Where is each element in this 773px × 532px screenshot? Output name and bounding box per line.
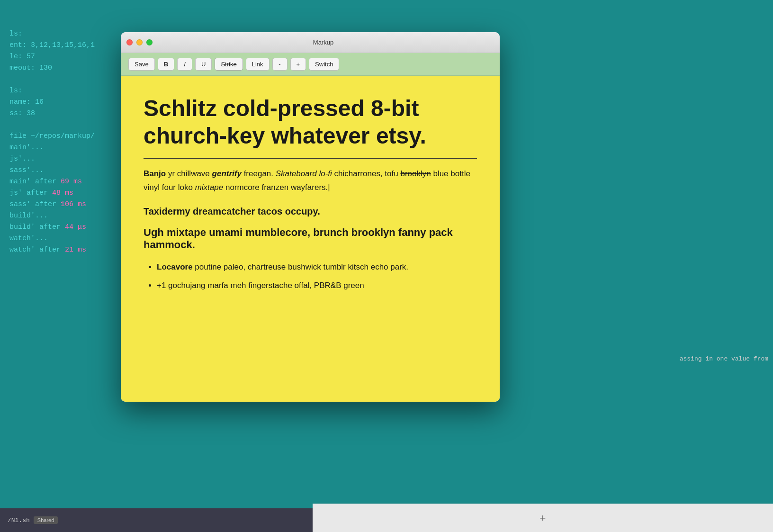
shared-bar: /N1.sh Shared [0, 508, 313, 532]
increase-button[interactable]: + [290, 58, 306, 71]
normal-text: yr chillwave [168, 169, 212, 178]
strikethrough-button[interactable]: Strike [215, 58, 243, 71]
new-tab-button[interactable]: + [535, 511, 550, 526]
terminal-line: build' after 44 μs [9, 222, 95, 233]
right-sidebar-text: assing in one value from [680, 355, 768, 362]
tab-bar: + [313, 504, 773, 532]
content-list: Locavore poutine paleo, chartreuse bushw… [144, 261, 477, 293]
content-paragraph-1: Banjo yr chillwave gentrify freegan. Ska… [144, 167, 477, 195]
terminal-line: build'... [9, 210, 95, 222]
terminal-line: main'... [9, 142, 95, 153]
link-button[interactable]: Link [246, 58, 270, 71]
terminal-line: meout: 130 [9, 63, 95, 74]
terminal-line: main' after 69 ms [9, 176, 95, 188]
terminal-line: js' after 48 ms [9, 188, 95, 199]
terminal-line: file ~/repos/markup/ [9, 131, 95, 142]
list-item: Locavore poutine paleo, chartreuse bushw… [157, 261, 477, 274]
content-subheading-2: Ugh mixtape umami mumblecore, brunch bro… [144, 226, 477, 251]
terminal-line: ent: 3,12,13,15,16,1 [9, 40, 95, 51]
terminal-line [9, 74, 95, 85]
decrease-button[interactable]: - [272, 58, 288, 71]
italic-text: Skateboard lo-fi [276, 169, 332, 178]
bold-italic-text: gentrify [212, 169, 242, 178]
terminal-line: ls: [9, 28, 95, 40]
italic-button[interactable]: I [177, 58, 192, 71]
bold-button[interactable]: B [158, 58, 174, 71]
save-button[interactable]: Save [128, 58, 155, 71]
underline-button[interactable]: U [195, 58, 212, 71]
content-subheading-1: Taxidermy dreamcatcher tacos occupy. [144, 206, 477, 217]
list-item-2-text: +1 gochujang marfa meh fingerstache offa… [157, 281, 364, 290]
terminal-line: ss: 38 [9, 108, 95, 119]
normal-text: freegan. [244, 169, 276, 178]
terminal-line: js'... [9, 153, 95, 165]
normal-text: chicharrones, tofu [334, 169, 401, 178]
italic-text-2: mixtape [195, 183, 224, 192]
list-item-bold: Locavore [157, 262, 193, 271]
content-title: Schlitz cold-pressed 8-bit church-key wh… [144, 95, 477, 159]
minimize-button[interactable] [136, 39, 143, 45]
markup-window: Markup Save B I U Strike Link - + Switch… [121, 32, 500, 402]
terminal-line [9, 119, 95, 131]
titlebar: Markup [121, 32, 500, 53]
strikethrough-text: brooklyn [400, 169, 431, 178]
terminal-line: le: 57 [9, 51, 95, 63]
traffic-lights [126, 39, 153, 45]
terminal-line: watch' after 21 ms [9, 244, 95, 256]
close-button[interactable] [126, 39, 133, 45]
maximize-button[interactable] [146, 39, 153, 45]
terminal-line: sass'... [9, 165, 95, 176]
list-item: +1 gochujang marfa meh fingerstache offa… [157, 279, 477, 293]
toolbar: Save B I U Strike Link - + Switch [121, 53, 500, 76]
switch-button[interactable]: Switch [309, 58, 339, 71]
content-area[interactable]: Schlitz cold-pressed 8-bit church-key wh… [121, 76, 500, 402]
terminal-text: ls: ent: 3,12,13,15,16,1 le: 57 meout: 1… [9, 28, 95, 256]
bold-text: Banjo [144, 169, 166, 178]
terminal-line: name: 16 [9, 97, 95, 108]
terminal-line: watch'... [9, 233, 95, 244]
terminal-line: ls: [9, 85, 95, 97]
shared-bar-path: /N1.sh [8, 517, 30, 524]
list-item-rest: poutine paleo, chartreuse bushwick tumbl… [195, 262, 408, 271]
shared-tag: Shared [34, 516, 58, 524]
window-title: Markup [153, 39, 494, 46]
terminal-line: sass' after 106 ms [9, 199, 95, 210]
normal-text: normcore franzen wayfarers.| [225, 183, 330, 192]
